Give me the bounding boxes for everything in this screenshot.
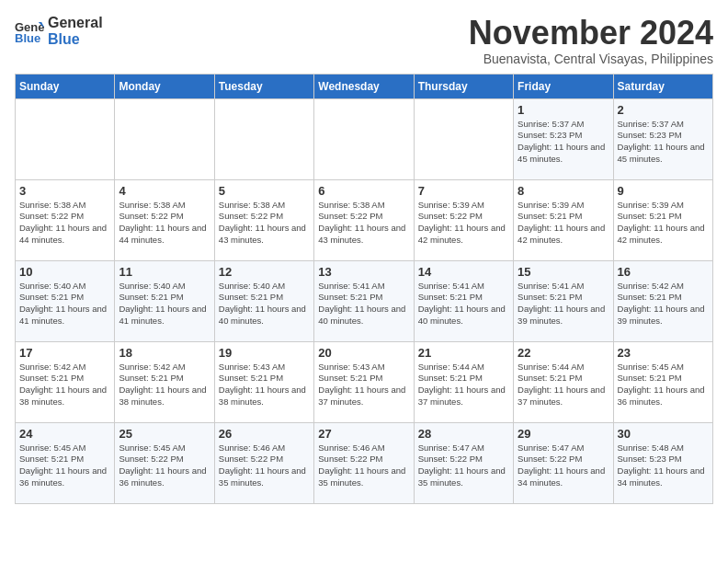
calendar-cell <box>214 98 313 179</box>
day-number: 12 <box>219 265 310 279</box>
day-number: 8 <box>518 184 609 198</box>
cell-info: Sunrise: 5:41 AM Sunset: 5:21 PM Dayligh… <box>418 281 509 327</box>
weekday-monday: Monday <box>115 74 214 98</box>
calendar-cell: 10Sunrise: 5:40 AM Sunset: 5:21 PM Dayli… <box>16 260 115 341</box>
calendar-cell: 19Sunrise: 5:43 AM Sunset: 5:21 PM Dayli… <box>214 341 313 422</box>
weekday-saturday: Saturday <box>613 74 712 98</box>
title-block: November 2024 Buenavista, Central Visaya… <box>469 15 713 66</box>
day-number: 6 <box>318 184 409 198</box>
day-number: 3 <box>19 184 110 198</box>
day-number: 13 <box>318 265 409 279</box>
weekday-thursday: Thursday <box>414 74 513 98</box>
cell-info: Sunrise: 5:44 AM Sunset: 5:21 PM Dayligh… <box>518 362 609 408</box>
calendar-cell <box>115 98 214 179</box>
cell-info: Sunrise: 5:38 AM Sunset: 5:22 PM Dayligh… <box>19 200 110 247</box>
weekday-wednesday: Wednesday <box>314 74 414 98</box>
cell-info: Sunrise: 5:38 AM Sunset: 5:22 PM Dayligh… <box>318 200 409 247</box>
cell-info: Sunrise: 5:41 AM Sunset: 5:21 PM Dayligh… <box>318 281 409 327</box>
calendar-cell: 27Sunrise: 5:46 AM Sunset: 5:22 PM Dayli… <box>314 422 414 503</box>
calendar-cell <box>16 98 115 179</box>
cell-info: Sunrise: 5:44 AM Sunset: 5:21 PM Dayligh… <box>418 362 509 408</box>
day-number: 27 <box>318 427 409 441</box>
calendar-cell: 13Sunrise: 5:41 AM Sunset: 5:21 PM Dayli… <box>314 260 414 341</box>
calendar-cell: 14Sunrise: 5:41 AM Sunset: 5:21 PM Dayli… <box>414 260 513 341</box>
weekday-friday: Friday <box>514 74 613 98</box>
calendar-cell: 11Sunrise: 5:40 AM Sunset: 5:21 PM Dayli… <box>115 260 214 341</box>
day-number: 4 <box>119 184 210 198</box>
calendar-cell: 7Sunrise: 5:39 AM Sunset: 5:22 PM Daylig… <box>414 179 513 260</box>
calendar-cell: 29Sunrise: 5:47 AM Sunset: 5:22 PM Dayli… <box>514 422 613 503</box>
calendar-cell: 15Sunrise: 5:41 AM Sunset: 5:21 PM Dayli… <box>514 260 613 341</box>
cell-info: Sunrise: 5:39 AM Sunset: 5:21 PM Dayligh… <box>618 200 709 247</box>
calendar-table: SundayMondayTuesdayWednesdayThursdayFrid… <box>15 74 713 504</box>
page-header: General Blue General Blue November 2024 … <box>15 15 713 66</box>
day-number: 22 <box>518 346 609 360</box>
cell-info: Sunrise: 5:37 AM Sunset: 5:23 PM Dayligh… <box>518 119 609 166</box>
logo: General Blue General Blue <box>15 15 103 47</box>
calendar-cell: 3Sunrise: 5:38 AM Sunset: 5:22 PM Daylig… <box>16 179 115 260</box>
location: Buenavista, Central Visayas, Philippines <box>469 52 713 66</box>
cell-info: Sunrise: 5:39 AM Sunset: 5:22 PM Dayligh… <box>418 200 509 247</box>
cell-info: Sunrise: 5:46 AM Sunset: 5:22 PM Dayligh… <box>219 442 310 489</box>
day-number: 21 <box>418 346 509 360</box>
cell-info: Sunrise: 5:43 AM Sunset: 5:21 PM Dayligh… <box>219 362 310 408</box>
calendar-cell: 30Sunrise: 5:48 AM Sunset: 5:23 PM Dayli… <box>613 422 712 503</box>
day-number: 25 <box>119 427 210 441</box>
cell-info: Sunrise: 5:45 AM Sunset: 5:21 PM Dayligh… <box>618 362 709 408</box>
calendar-cell: 1Sunrise: 5:37 AM Sunset: 5:23 PM Daylig… <box>514 98 613 179</box>
day-number: 30 <box>618 427 709 441</box>
day-number: 10 <box>19 265 110 279</box>
day-number: 15 <box>518 265 609 279</box>
cell-info: Sunrise: 5:48 AM Sunset: 5:23 PM Dayligh… <box>618 442 709 489</box>
calendar-cell <box>314 98 414 179</box>
day-number: 2 <box>618 103 709 117</box>
weekday-tuesday: Tuesday <box>214 74 313 98</box>
cell-info: Sunrise: 5:43 AM Sunset: 5:21 PM Dayligh… <box>318 362 409 408</box>
day-number: 26 <box>219 427 310 441</box>
cell-info: Sunrise: 5:47 AM Sunset: 5:22 PM Dayligh… <box>518 442 609 489</box>
day-number: 14 <box>418 265 509 279</box>
cell-info: Sunrise: 5:40 AM Sunset: 5:21 PM Dayligh… <box>119 281 210 327</box>
cell-info: Sunrise: 5:38 AM Sunset: 5:22 PM Dayligh… <box>219 200 310 247</box>
calendar-cell: 4Sunrise: 5:38 AM Sunset: 5:22 PM Daylig… <box>115 179 214 260</box>
cell-info: Sunrise: 5:46 AM Sunset: 5:22 PM Dayligh… <box>318 442 409 489</box>
day-number: 28 <box>418 427 509 441</box>
cell-info: Sunrise: 5:45 AM Sunset: 5:22 PM Dayligh… <box>119 442 210 489</box>
cell-info: Sunrise: 5:42 AM Sunset: 5:21 PM Dayligh… <box>119 362 210 408</box>
cell-info: Sunrise: 5:45 AM Sunset: 5:21 PM Dayligh… <box>19 442 110 489</box>
day-number: 1 <box>518 103 609 117</box>
calendar-cell: 6Sunrise: 5:38 AM Sunset: 5:22 PM Daylig… <box>314 179 414 260</box>
day-number: 20 <box>318 346 409 360</box>
calendar-cell: 17Sunrise: 5:42 AM Sunset: 5:21 PM Dayli… <box>16 341 115 422</box>
calendar-cell: 18Sunrise: 5:42 AM Sunset: 5:21 PM Dayli… <box>115 341 214 422</box>
logo-icon: General Blue <box>15 18 44 44</box>
day-number: 24 <box>19 427 110 441</box>
calendar-cell: 2Sunrise: 5:37 AM Sunset: 5:23 PM Daylig… <box>613 98 712 179</box>
calendar-cell: 28Sunrise: 5:47 AM Sunset: 5:22 PM Dayli… <box>414 422 513 503</box>
calendar-cell: 8Sunrise: 5:39 AM Sunset: 5:21 PM Daylig… <box>514 179 613 260</box>
day-number: 23 <box>618 346 709 360</box>
day-number: 18 <box>119 346 210 360</box>
day-number: 9 <box>618 184 709 198</box>
calendar-cell: 25Sunrise: 5:45 AM Sunset: 5:22 PM Dayli… <box>115 422 214 503</box>
day-number: 5 <box>219 184 310 198</box>
logo-blue: Blue <box>48 31 103 48</box>
calendar-cell: 22Sunrise: 5:44 AM Sunset: 5:21 PM Dayli… <box>514 341 613 422</box>
calendar-cell: 21Sunrise: 5:44 AM Sunset: 5:21 PM Dayli… <box>414 341 513 422</box>
day-number: 11 <box>119 265 210 279</box>
cell-info: Sunrise: 5:37 AM Sunset: 5:23 PM Dayligh… <box>618 119 709 166</box>
cell-info: Sunrise: 5:40 AM Sunset: 5:21 PM Dayligh… <box>219 281 310 327</box>
cell-info: Sunrise: 5:42 AM Sunset: 5:21 PM Dayligh… <box>618 281 709 327</box>
cell-info: Sunrise: 5:39 AM Sunset: 5:21 PM Dayligh… <box>518 200 609 247</box>
day-number: 19 <box>219 346 310 360</box>
day-number: 7 <box>418 184 509 198</box>
cell-info: Sunrise: 5:40 AM Sunset: 5:21 PM Dayligh… <box>19 281 110 327</box>
cell-info: Sunrise: 5:38 AM Sunset: 5:22 PM Dayligh… <box>119 200 210 247</box>
cell-info: Sunrise: 5:42 AM Sunset: 5:21 PM Dayligh… <box>19 362 110 408</box>
calendar-cell: 9Sunrise: 5:39 AM Sunset: 5:21 PM Daylig… <box>613 179 712 260</box>
svg-text:Blue: Blue <box>15 31 40 44</box>
calendar-cell: 5Sunrise: 5:38 AM Sunset: 5:22 PM Daylig… <box>214 179 313 260</box>
calendar-cell <box>414 98 513 179</box>
calendar-cell: 12Sunrise: 5:40 AM Sunset: 5:21 PM Dayli… <box>214 260 313 341</box>
month-title: November 2024 <box>469 15 713 52</box>
